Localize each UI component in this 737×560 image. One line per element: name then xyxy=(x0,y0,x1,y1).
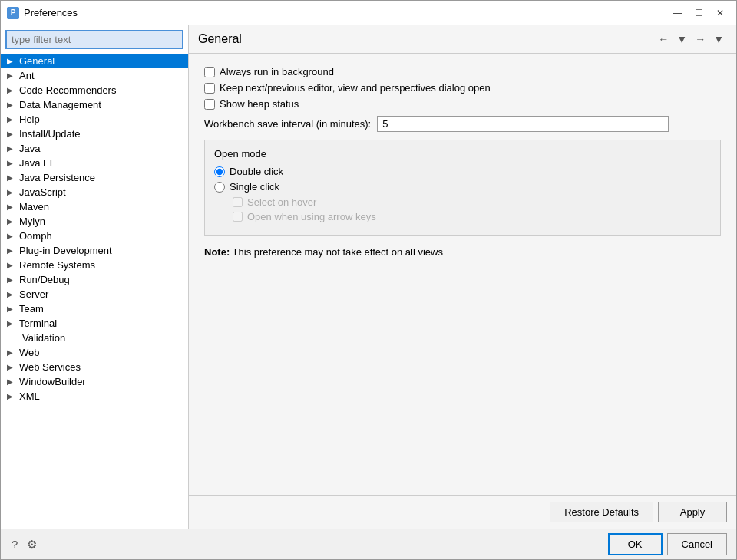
chevron-icon: ▶ xyxy=(7,290,16,298)
bottom-bar: ? ⚙ OK Cancel xyxy=(1,529,736,559)
open-mode-section: Open mode Double click Single click Sele… xyxy=(204,140,721,236)
sidebar-item-team[interactable]: ▶Team xyxy=(1,301,188,316)
nav-arrows: ← ▼ → ▼ xyxy=(655,31,727,47)
settings-button[interactable]: ⚙ xyxy=(25,536,38,553)
checkbox-row-cb3: Show heap status xyxy=(204,98,721,110)
sidebar-item-label: Java EE xyxy=(19,157,56,169)
nav-back-button[interactable]: ← xyxy=(655,31,672,47)
sub-options: Select on hover Open when using arrow ke… xyxy=(233,196,711,222)
chevron-icon: ▶ xyxy=(7,115,16,124)
checkbox-row-cb2: Keep next/previous editor, view and pers… xyxy=(204,82,721,94)
sidebar-item-windowbuilder[interactable]: ▶WindowBuilder xyxy=(1,374,188,389)
arrow-keys-checkbox[interactable] xyxy=(233,212,243,222)
chevron-icon: ▶ xyxy=(7,319,16,328)
panel-body: Always run in backgroundKeep next/previo… xyxy=(189,54,736,495)
sidebar-item-ant[interactable]: ▶Ant xyxy=(1,68,188,83)
chevron-icon: ▶ xyxy=(7,144,16,153)
nav-forward-dropdown-button[interactable]: ▼ xyxy=(710,31,727,47)
cb2-checkbox[interactable] xyxy=(204,83,215,94)
minimize-button[interactable]: — xyxy=(667,5,687,21)
sidebar-item-label: Web xyxy=(19,347,40,358)
cancel-button[interactable]: Cancel xyxy=(667,533,727,555)
sidebar-item-general[interactable]: ▶General xyxy=(1,54,188,68)
window-controls: — ☐ ✕ xyxy=(667,5,730,21)
sidebar-item-code-recommenders[interactable]: ▶Code Recommenders xyxy=(1,83,188,97)
chevron-icon: ▶ xyxy=(7,305,16,313)
ok-button[interactable]: OK xyxy=(608,533,663,555)
restore-defaults-button[interactable]: Restore Defaults xyxy=(550,502,653,522)
sidebar-item-terminal[interactable]: ▶Terminal xyxy=(1,316,188,331)
cb1-checkbox[interactable] xyxy=(204,67,215,77)
double-click-radio[interactable] xyxy=(214,166,225,177)
sidebar-item-remote-systems[interactable]: ▶Remote Systems xyxy=(1,258,188,272)
main-panel: General ← ▼ → ▼ Always run in background… xyxy=(189,25,736,529)
sidebar-item-label: Mylyn xyxy=(19,216,45,227)
single-click-row: Single click xyxy=(214,181,711,193)
sidebar-item-maven[interactable]: ▶Maven xyxy=(1,199,188,214)
sidebar-item-label: Run/Debug xyxy=(19,274,70,285)
chevron-icon: ▶ xyxy=(7,377,16,386)
sidebar-item-label: Server xyxy=(19,288,48,300)
sidebar-item-label: Terminal xyxy=(19,318,57,329)
select-on-hover-label: Select on hover xyxy=(247,196,316,208)
note-text: This preference may not take effect on a… xyxy=(233,246,443,258)
sidebar-item-label: Remote Systems xyxy=(19,259,95,271)
apply-button[interactable]: Apply xyxy=(658,502,727,522)
sidebar-item-help[interactable]: ▶Help xyxy=(1,112,188,127)
select-on-hover-row: Select on hover xyxy=(233,196,711,208)
sidebar: ▶General▶Ant▶Code Recommenders▶Data Mana… xyxy=(1,25,189,529)
footer-buttons: Restore Defaults Apply xyxy=(550,502,727,522)
sidebar-item-install-update[interactable]: ▶Install/Update xyxy=(1,127,188,141)
window-title: Preferences xyxy=(24,7,667,18)
panel-header: General ← ▼ → ▼ xyxy=(189,25,736,54)
sidebar-item-java-persistence[interactable]: ▶Java Persistence xyxy=(1,170,188,185)
sidebar-item-xml[interactable]: ▶XML xyxy=(1,389,188,404)
chevron-icon: ▶ xyxy=(7,57,16,65)
chevron-icon: ▶ xyxy=(7,86,16,94)
nav-back-dropdown-button[interactable]: ▼ xyxy=(673,31,690,47)
select-on-hover-checkbox[interactable] xyxy=(233,197,243,207)
filter-input[interactable] xyxy=(5,30,183,49)
sidebar-item-web-services[interactable]: ▶Web Services xyxy=(1,360,188,374)
chevron-icon: ▶ xyxy=(7,275,16,284)
close-button[interactable]: ✕ xyxy=(710,5,730,21)
chevron-icon: ▶ xyxy=(7,188,16,196)
chevron-icon: ▶ xyxy=(7,203,16,211)
note-row: Note: This preference may not take effec… xyxy=(204,246,721,258)
sidebar-item-validation[interactable]: Validation xyxy=(1,331,188,345)
sidebar-item-javascript[interactable]: ▶JavaScript xyxy=(1,185,188,199)
sidebar-item-java[interactable]: ▶Java xyxy=(1,141,188,156)
double-click-row: Double click xyxy=(214,166,711,177)
arrow-keys-label: Open when using arrow keys xyxy=(247,211,376,222)
cb2-label: Keep next/previous editor, view and pers… xyxy=(220,82,491,94)
sidebar-item-label: Install/Update xyxy=(19,128,81,140)
sidebar-item-plug-in-development[interactable]: ▶Plug-in Development xyxy=(1,243,188,258)
workbench-interval-input[interactable] xyxy=(377,116,669,132)
checkbox-row-cb1: Always run in background xyxy=(204,66,721,77)
cb3-checkbox[interactable] xyxy=(204,99,215,110)
chevron-icon: ▶ xyxy=(7,232,16,240)
sidebar-item-label: Java Persistence xyxy=(19,172,95,183)
cb3-label: Show heap status xyxy=(220,98,299,110)
sidebar-item-oomph[interactable]: ▶Oomph xyxy=(1,229,188,243)
tree: ▶General▶Ant▶Code Recommenders▶Data Mana… xyxy=(1,52,188,529)
sidebar-item-java-ee[interactable]: ▶Java EE xyxy=(1,156,188,170)
note-bold: Note: xyxy=(204,246,230,258)
checkboxes-section: Always run in backgroundKeep next/previo… xyxy=(204,66,721,110)
nav-forward-button[interactable]: → xyxy=(692,31,709,47)
content-area: ▶General▶Ant▶Code Recommenders▶Data Mana… xyxy=(1,25,736,529)
sidebar-item-data-management[interactable]: ▶Data Management xyxy=(1,97,188,112)
sidebar-item-label: Validation xyxy=(22,332,65,344)
sidebar-item-label: Team xyxy=(19,303,44,315)
single-click-radio[interactable] xyxy=(214,182,225,193)
sidebar-item-label: Oomph xyxy=(19,230,52,242)
sidebar-item-mylyn[interactable]: ▶Mylyn xyxy=(1,214,188,229)
sidebar-item-run-debug[interactable]: ▶Run/Debug xyxy=(1,272,188,287)
sidebar-item-web[interactable]: ▶Web xyxy=(1,345,188,360)
help-button[interactable]: ? xyxy=(10,536,19,553)
sidebar-item-label: General xyxy=(19,55,55,67)
maximize-button[interactable]: ☐ xyxy=(689,5,709,21)
sidebar-item-server[interactable]: ▶Server xyxy=(1,287,188,301)
chevron-icon: ▶ xyxy=(7,392,16,400)
titlebar: P Preferences — ☐ ✕ xyxy=(1,1,736,25)
